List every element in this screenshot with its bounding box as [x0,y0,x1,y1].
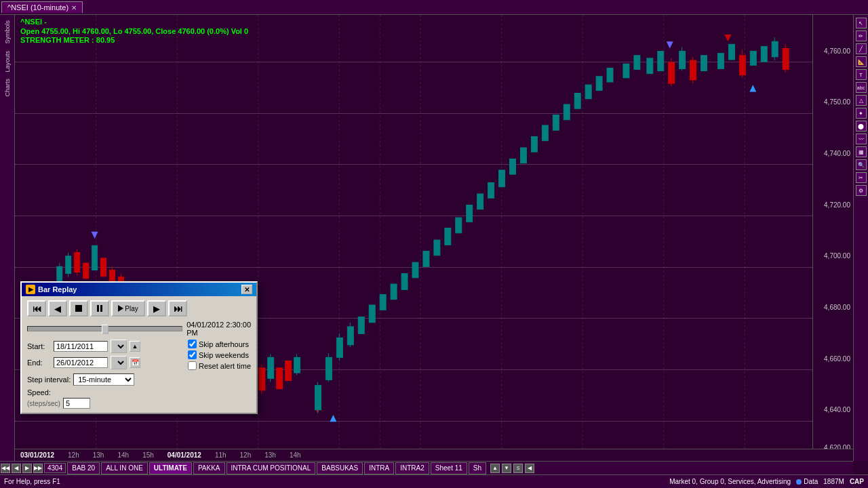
progress-thumb[interactable] [102,325,108,334]
tab-close-icon[interactable]: ✕ [71,4,77,12]
speed-unit: (steps/sec) [27,400,60,407]
reset-alert-row: Reset alert time [188,361,251,370]
tool-star[interactable]: ✦ [856,108,867,119]
tool-triangle[interactable]: △ [856,95,867,106]
svg-marker-75 [667,41,673,48]
timeline-11h: 11h [215,451,226,459]
timeline-bar: 03/01/2012 12h 13h 14h 15h 04/01/2012 11… [15,449,853,461]
tool-circle[interactable]: ⬤ [856,121,867,131]
step-forward-button[interactable]: ▶ [147,300,166,317]
tab-intra2[interactable]: INTRA2 [395,462,429,474]
tool-wave[interactable]: 〰 [856,134,867,144]
sidebar-item-charts[interactable]: Charts [4,76,11,100]
svg-rect-16 [83,263,89,279]
svg-rect-50 [391,284,397,300]
step-interval-label: Step interval: [27,375,71,384]
start-date-input[interactable] [54,341,108,352]
svg-rect-68 [585,85,591,99]
scroll-down[interactable]: ▼ [502,464,511,473]
skip-afterhours-label: Skip afterhours [199,340,249,348]
speed-input[interactable] [63,398,90,409]
svg-rect-33 [277,368,283,389]
svg-rect-89 [761,46,767,62]
scroll-left[interactable]: ◀ [525,464,534,473]
end-date-picker[interactable]: 📅 [130,357,140,368]
svg-rect-82 [701,56,707,71]
sidebar-item-symbols[interactable]: Symbols [4,18,11,47]
svg-marker-42 [330,415,336,422]
end-date-dropdown[interactable]: ▼ [111,356,127,369]
price-scale: 4,760.00 4,750.00 4,740.00 4,720.00 4,70… [812,15,853,461]
pause-button[interactable] [90,300,109,317]
skip-to-end-button[interactable]: ⏭ [168,300,187,317]
tool-pencil[interactable]: ✏ [856,30,867,41]
data-indicator-icon [796,479,802,485]
tool-text[interactable]: T [856,69,867,80]
step-interval-select[interactable]: 1-minute 5-minute 10-minute 15-minute 30… [73,373,134,386]
datetime-value: 04/01/2012 2:30:00 PM [186,321,251,337]
start-date-picker[interactable]: ▲ [130,341,140,352]
skip-weekends-checkbox[interactable] [188,350,197,359]
tab-intra-cum[interactable]: INTRA CUM POSITIONAL [226,462,316,474]
sidebar-item-layouts[interactable]: Layouts [4,48,11,75]
timeline-15h-1: 15h [142,451,154,459]
svg-rect-83 [717,54,724,69]
svg-rect-64 [542,125,548,141]
tool-ruler[interactable]: 📐 [856,56,867,67]
tool-chart[interactable]: ▦ [856,146,867,157]
svg-rect-65 [553,115,559,130]
nav-first[interactable]: ◀◀ [1,464,10,473]
svg-rect-60 [499,170,505,187]
skip-afterhours-checkbox[interactable] [188,340,197,348]
left-settings: Start: ▼ ▲ End: ▼ 📅 [27,340,182,409]
scroll-s[interactable]: S [513,464,523,473]
tab-ultimate[interactable]: ULTIMATE [149,462,192,474]
nav-prev[interactable]: ◀ [12,464,21,473]
tool-zoom[interactable]: 🔍 [856,159,867,170]
tool-settings[interactable]: ⚙ [856,185,867,196]
tab-intra[interactable]: INTRA [364,462,394,474]
svg-rect-74 [658,52,664,71]
dialog-titlebar[interactable]: ▶ Bar Replay ✕ [22,283,256,296]
end-date-input[interactable] [54,357,108,368]
chart-tab[interactable]: ^NSEI (10-minute) ✕ [1,1,83,13]
dialog-close-button[interactable]: ✕ [241,285,252,294]
tab-number: 4304 [44,463,66,473]
skip-to-start-button[interactable]: ⏮ [27,300,46,317]
tab-pakka[interactable]: PAKKA [193,462,225,474]
tool-abc[interactable]: abc [856,82,867,93]
tab-bab20[interactable]: BAB 20 [67,462,100,474]
stop-button[interactable] [69,300,88,317]
svg-rect-58 [477,194,484,209]
stop-icon [75,305,82,312]
tab-label: ^NSEI (10-minute) [7,3,68,12]
play-label: Play [125,305,138,312]
nav-last[interactable]: ▶▶ [33,464,43,473]
svg-rect-66 [564,104,570,120]
tool-scissors[interactable]: ✂ [856,172,867,183]
start-date-dropdown[interactable]: ▼ [111,340,127,353]
timeline-12h-2: 12h [240,451,252,459]
svg-rect-34 [285,361,292,381]
step-back-icon: ◀ [54,304,61,314]
play-button[interactable]: Play [111,300,145,317]
step-back-button[interactable]: ◀ [48,300,67,317]
chart-strength: STRENGTH METER : 80.95 [20,36,248,44]
timeline-14h-2: 14h [290,451,301,459]
tab-sheet11[interactable]: Sheet 11 [431,462,467,474]
progress-track[interactable] [27,326,182,331]
tab-sh[interactable]: Sh [469,462,486,474]
end-label: End: [27,359,51,367]
tool-arrow[interactable]: ↖ [856,18,867,28]
status-count: 1887M [823,478,844,485]
speed-row: Speed: [27,388,182,396]
scroll-up[interactable]: ▲ [490,464,500,473]
nav-next[interactable]: ▶ [22,464,32,473]
tool-line[interactable]: ╱ [856,43,867,54]
bottom-tabs: ◀◀ ◀ ▶ ▶▶ 4304 BAB 20 ALL IN ONE ULTIMAT… [0,461,853,474]
reset-alert-checkbox[interactable] [188,361,197,370]
tab-allinone[interactable]: ALL IN ONE [101,462,148,474]
svg-rect-61 [510,159,516,174]
timeline-14h-1: 14h [117,451,129,459]
tab-babsukas[interactable]: BABSUKAS [317,462,363,474]
